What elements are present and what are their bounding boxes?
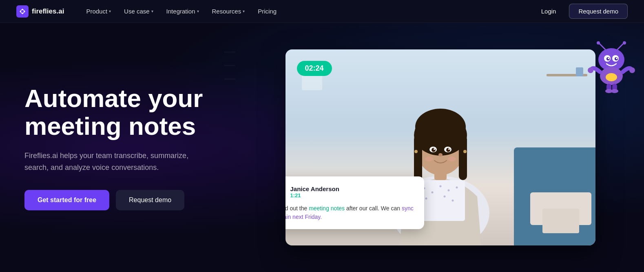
svg-point-24 — [431, 192, 433, 194]
hero-visual: 02:24 Janice Anderson 1:21 — [261, 49, 620, 245]
svg-point-28 — [425, 198, 427, 200]
logo-text: fireflies.ai — [32, 7, 64, 16]
nav-integration[interactable]: Integration ▾ — [161, 4, 205, 18]
chat-highlight-meeting-notes: meeting notes — [309, 205, 345, 212]
svg-point-43 — [438, 153, 443, 156]
svg-point-11 — [608, 58, 609, 59]
robot-mascot — [587, 41, 636, 94]
nav-actions: Login Request demo — [535, 4, 628, 19]
svg-rect-35 — [459, 135, 467, 180]
svg-point-39 — [432, 148, 436, 152]
svg-point-12 — [616, 58, 617, 59]
chevron-down-icon: ▾ — [109, 9, 111, 13]
login-button[interactable]: Login — [535, 4, 563, 18]
svg-point-45 — [448, 156, 456, 161]
request-demo-button[interactable]: Request demo — [569, 4, 628, 19]
svg-point-42 — [448, 148, 450, 150]
nav-links: Product ▾ Use case ▾ Integration ▾ Resou… — [80, 4, 534, 18]
get-started-button[interactable]: Get started for free — [24, 190, 109, 210]
video-container: 02:24 Janice Anderson 1:21 — [285, 49, 595, 245]
svg-line-4 — [617, 43, 624, 49]
svg-point-25 — [439, 185, 441, 187]
svg-point-30 — [451, 200, 454, 202]
svg-point-46 — [414, 150, 418, 153]
hero-title: Automate your meeting notes — [24, 85, 261, 140]
nav-pricing[interactable]: Pricing — [252, 4, 282, 18]
hero-subtitle: Fireflies.ai helps your team transcribe,… — [24, 150, 212, 174]
svg-point-26 — [447, 190, 449, 192]
svg-line-2 — [599, 43, 605, 49]
svg-point-16 — [606, 73, 617, 81]
chat-user-info: Janice Anderson 1:21 — [290, 185, 339, 198]
nav-product[interactable]: Product ▾ — [80, 4, 117, 18]
request-demo-hero-button[interactable]: Request demo — [116, 190, 184, 210]
nav-resources[interactable]: Resources ▾ — [206, 4, 251, 18]
chevron-down-icon: ▾ — [151, 9, 153, 13]
hero-buttons: Get started for free Request demo — [24, 190, 261, 210]
svg-point-5 — [623, 41, 626, 45]
svg-point-36 — [415, 109, 466, 145]
svg-point-15 — [629, 67, 635, 73]
logo-link[interactable]: fireflies.ai — [16, 5, 64, 18]
svg-rect-1 — [21, 10, 24, 13]
chat-message: I'll send out the meeting notes after ou… — [285, 204, 416, 222]
svg-point-29 — [443, 196, 445, 198]
svg-point-40 — [446, 148, 450, 152]
chevron-down-icon: ▾ — [243, 9, 245, 13]
svg-point-3 — [597, 41, 600, 45]
svg-point-47 — [463, 150, 467, 153]
svg-point-44 — [425, 156, 433, 161]
hero-section: Automate your meeting notes Fireflies.ai… — [0, 23, 644, 272]
shelf-item — [576, 67, 583, 76]
pillow-2 — [542, 209, 579, 233]
svg-point-14 — [588, 67, 593, 73]
chat-username: Janice Anderson — [290, 185, 339, 192]
timer-badge: 02:24 — [297, 61, 332, 76]
nav-usecase[interactable]: Use case ▾ — [118, 4, 159, 18]
chat-header: Janice Anderson 1:21 — [285, 184, 416, 200]
logo-icon — [16, 5, 29, 18]
hero-content: Automate your meeting notes Fireflies.ai… — [24, 85, 261, 210]
svg-point-41 — [434, 148, 435, 150]
navbar: fireflies.ai Product ▾ Use case ▾ Integr… — [0, 0, 644, 23]
svg-point-20 — [611, 89, 618, 93]
chevron-down-icon: ▾ — [197, 9, 199, 13]
chat-timestamp: 1:21 — [290, 192, 339, 198]
chat-bubble: Janice Anderson 1:21 I'll send out the m… — [285, 176, 424, 229]
svg-point-27 — [456, 187, 458, 189]
